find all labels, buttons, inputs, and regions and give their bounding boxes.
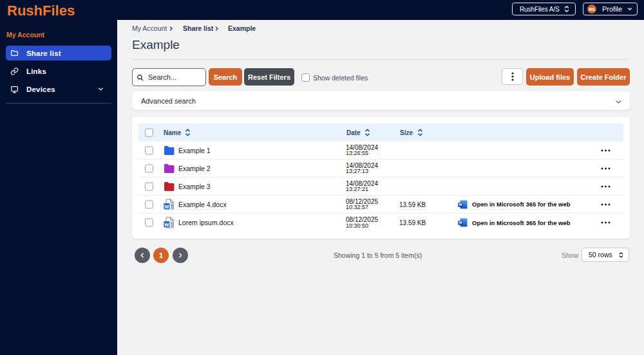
svg-text:W: W — [459, 203, 462, 206]
svg-text:W: W — [459, 221, 462, 224]
svg-text:W: W — [164, 221, 169, 227]
svg-text:W: W — [164, 203, 169, 209]
